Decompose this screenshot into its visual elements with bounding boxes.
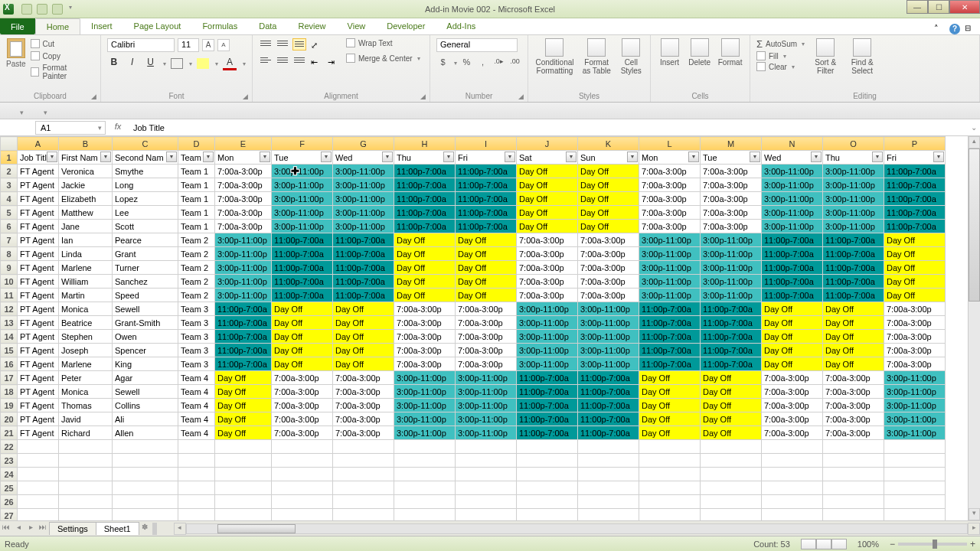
cell[interactable]: Day Off bbox=[394, 261, 456, 275]
cell[interactable] bbox=[18, 481, 59, 495]
cell[interactable]: Team 3 bbox=[178, 302, 215, 316]
copy-button[interactable]: Copy bbox=[29, 51, 94, 61]
cell[interactable]: Team 1 bbox=[178, 165, 215, 178]
cell[interactable]: 3:00p-11:00p bbox=[394, 412, 456, 426]
cell[interactable]: 11:00p-7:00a bbox=[456, 178, 517, 192]
cell[interactable]: Day Off bbox=[762, 344, 823, 357]
cell[interactable] bbox=[394, 468, 456, 481]
cell[interactable]: Day Off bbox=[333, 330, 394, 344]
cell[interactable]: Day Off bbox=[823, 344, 884, 357]
cell[interactable]: 11:00p-7:00a bbox=[884, 220, 946, 233]
cell[interactable]: William bbox=[59, 275, 113, 289]
insert-cells-button[interactable]: Insert bbox=[657, 38, 682, 67]
cell[interactable]: Day Off bbox=[215, 385, 272, 399]
cell[interactable]: 3:00p-11:00p bbox=[272, 220, 333, 233]
cell[interactable]: 3:00p-11:00p bbox=[884, 399, 946, 412]
row-header[interactable]: 24 bbox=[1, 468, 18, 481]
cell[interactable]: Day Off bbox=[639, 426, 701, 440]
cell[interactable]: FT Agent bbox=[18, 357, 59, 371]
cell[interactable]: Sewell bbox=[113, 385, 178, 399]
cell[interactable]: Team 3 bbox=[178, 330, 215, 344]
cell[interactable]: FT Agent bbox=[18, 316, 59, 330]
cell[interactable]: Marlene bbox=[59, 357, 113, 371]
cell[interactable] bbox=[762, 509, 823, 521]
bold-button[interactable]: B bbox=[107, 57, 121, 70]
cell[interactable] bbox=[762, 495, 823, 509]
cell[interactable] bbox=[884, 509, 946, 521]
ribbon-tab-developer[interactable]: Developer bbox=[376, 18, 436, 34]
filter-dropdown-icon[interactable]: ▼ bbox=[505, 152, 515, 162]
cell[interactable] bbox=[178, 509, 215, 521]
cell[interactable]: 7:00a-3:00p bbox=[884, 344, 946, 357]
column-header-N[interactable]: N bbox=[762, 137, 823, 151]
cell[interactable]: Day Off bbox=[215, 412, 272, 426]
cell[interactable]: Monica bbox=[59, 385, 113, 399]
cell[interactable]: 11:00p-7:00a bbox=[517, 399, 578, 412]
cell[interactable]: 11:00p-7:00a bbox=[884, 206, 946, 220]
minimize-button[interactable]: — bbox=[906, 0, 928, 14]
cell[interactable]: 7:00a-3:00p bbox=[456, 344, 517, 357]
cell[interactable] bbox=[517, 495, 578, 509]
cell[interactable] bbox=[59, 440, 113, 454]
qat2-dropdown[interactable] bbox=[20, 104, 24, 118]
cell[interactable] bbox=[394, 509, 456, 521]
fill-color-button[interactable] bbox=[197, 58, 209, 69]
cell[interactable] bbox=[178, 440, 215, 454]
cell[interactable] bbox=[178, 495, 215, 509]
cell[interactable]: FT Agent bbox=[18, 426, 59, 440]
cell[interactable]: Day Off bbox=[215, 371, 272, 385]
cell[interactable]: FT Agent bbox=[18, 220, 59, 233]
filter-header-cell[interactable]: Mon▼ bbox=[215, 151, 272, 165]
cell[interactable]: Scott bbox=[113, 220, 178, 233]
cell[interactable] bbox=[456, 454, 517, 468]
cell[interactable] bbox=[639, 481, 701, 495]
cell[interactable] bbox=[59, 468, 113, 481]
cell[interactable]: Team 2 bbox=[178, 275, 215, 289]
cell[interactable]: FT Agent bbox=[18, 371, 59, 385]
cell[interactable] bbox=[18, 440, 59, 454]
cell[interactable]: 3:00p-11:00p bbox=[456, 371, 517, 385]
cell[interactable] bbox=[178, 468, 215, 481]
filter-header-cell[interactable]: Tue▼ bbox=[701, 151, 762, 165]
cell[interactable]: Day Off bbox=[639, 399, 701, 412]
qat-more-icon[interactable]: ▾ bbox=[69, 4, 72, 15]
cell[interactable]: 3:00p-11:00p bbox=[215, 247, 272, 261]
cell[interactable] bbox=[113, 481, 178, 495]
cell[interactable] bbox=[333, 440, 394, 454]
cell[interactable] bbox=[59, 481, 113, 495]
cell[interactable] bbox=[823, 468, 884, 481]
cell[interactable]: Day Off bbox=[701, 385, 762, 399]
cell[interactable]: Speed bbox=[113, 289, 178, 302]
cell[interactable] bbox=[272, 454, 333, 468]
cell[interactable]: 7:00a-3:00p bbox=[333, 412, 394, 426]
filter-dropdown-icon[interactable]: ▼ bbox=[872, 152, 883, 162]
cell[interactable]: 7:00a-3:00p bbox=[639, 165, 701, 178]
cell[interactable]: Day Off bbox=[272, 357, 333, 371]
minimize-ribbon-icon[interactable]: ˄ bbox=[934, 24, 945, 34]
file-tab[interactable]: File bbox=[0, 18, 35, 34]
cell[interactable]: 3:00p-11:00p bbox=[823, 220, 884, 233]
column-header-M[interactable]: M bbox=[701, 137, 762, 151]
cell[interactable]: 3:00p-11:00p bbox=[823, 192, 884, 206]
cell[interactable]: Agar bbox=[113, 371, 178, 385]
cell[interactable]: Team 1 bbox=[178, 220, 215, 233]
cell[interactable]: Day Off bbox=[578, 192, 639, 206]
cell[interactable]: 3:00p-11:00p bbox=[394, 385, 456, 399]
ribbon-tab-add-ins[interactable]: Add-Ins bbox=[436, 18, 486, 34]
cell[interactable]: Marlene bbox=[59, 261, 113, 275]
cell[interactable] bbox=[578, 495, 639, 509]
sheet-nav-prev[interactable]: ◂ bbox=[12, 523, 24, 535]
cell[interactable]: Monica bbox=[59, 302, 113, 316]
cell[interactable]: 11:00p-7:00a bbox=[517, 385, 578, 399]
ribbon-opts-icon[interactable]: ⊟ bbox=[965, 24, 975, 34]
font-size-select[interactable]: 11 bbox=[178, 38, 199, 52]
filter-header-cell[interactable]: Job Title▼ bbox=[18, 151, 59, 165]
cell[interactable]: 3:00p-11:00p bbox=[272, 206, 333, 220]
cell[interactable] bbox=[215, 481, 272, 495]
maximize-button[interactable]: ☐ bbox=[928, 0, 949, 14]
cell[interactable]: 11:00p-7:00a bbox=[333, 261, 394, 275]
cell[interactable] bbox=[113, 495, 178, 509]
cell[interactable]: 7:00a-3:00p bbox=[701, 220, 762, 233]
cell[interactable]: 11:00p-7:00a bbox=[456, 165, 517, 178]
cell[interactable] bbox=[517, 468, 578, 481]
